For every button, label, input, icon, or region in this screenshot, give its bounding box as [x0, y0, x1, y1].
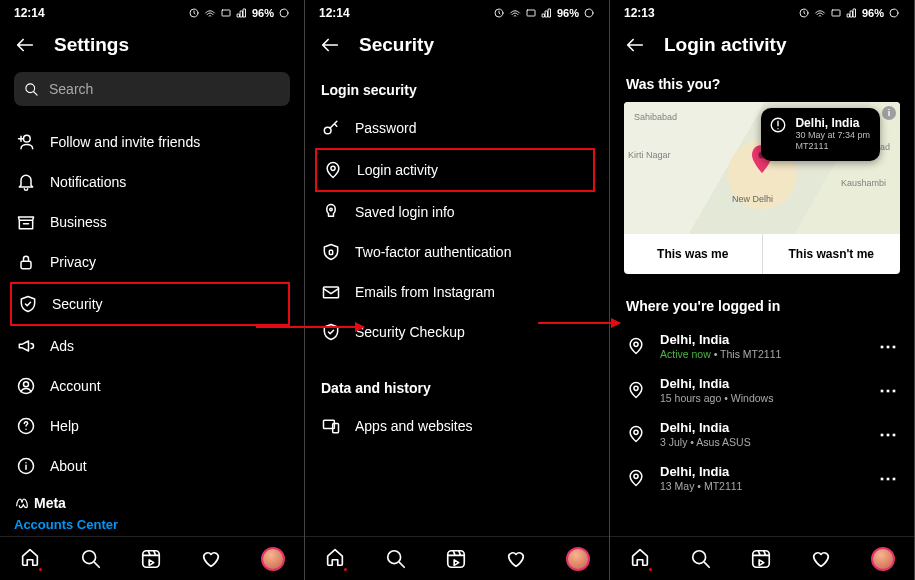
- back-icon[interactable]: [624, 34, 646, 56]
- session-row[interactable]: Delhi, India 3 July • Asus ASUS ⋯: [624, 412, 900, 456]
- nav-activity[interactable]: [505, 548, 527, 570]
- screen-login-activity: 12:13 96% Login activity Was this you? i…: [610, 0, 915, 580]
- status-bar: 12:14 96%: [0, 0, 304, 26]
- nav-reels[interactable]: [750, 548, 772, 570]
- settings-item-theme[interactable]: Theme: [14, 486, 290, 495]
- svg-rect-1: [222, 10, 230, 16]
- session-row[interactable]: Delhi, India 13 May • MT2111 ⋯: [624, 456, 900, 500]
- devices-icon: [321, 416, 341, 436]
- session-row[interactable]: Delhi, India 15 hours ago • Windows ⋯: [624, 368, 900, 412]
- key-icon: [321, 118, 341, 138]
- settings-item-business[interactable]: Business: [14, 202, 290, 242]
- status-bar: 12:14 96%: [305, 0, 609, 26]
- nav-reels[interactable]: [140, 548, 162, 570]
- nav-search[interactable]: [80, 548, 102, 570]
- nav-activity[interactable]: [200, 548, 222, 570]
- settings-item-security[interactable]: Security: [10, 282, 290, 326]
- security-item-saved-login[interactable]: Saved login info: [319, 192, 595, 232]
- nav-profile[interactable]: [261, 547, 285, 571]
- svg-point-27: [890, 9, 898, 17]
- megaphone-icon: [16, 336, 36, 356]
- nav-home[interactable]: [19, 546, 41, 572]
- security-item-login-activity[interactable]: Login activity: [315, 148, 595, 192]
- lock-icon: [16, 252, 36, 272]
- accounts-center-link[interactable]: Accounts Center: [14, 517, 290, 532]
- this-was-me-button[interactable]: This was me: [624, 234, 762, 274]
- status-icons: 96%: [798, 7, 900, 19]
- nav-home[interactable]: [629, 546, 651, 572]
- header: Security: [305, 26, 609, 72]
- map-tooltip: Delhi, India 30 May at 7:34 pm MT2111: [761, 108, 880, 161]
- svg-point-18: [330, 208, 333, 211]
- screen-settings: 12:14 96% Settings Search Follow and inv…: [0, 0, 305, 580]
- svg-point-3: [26, 83, 35, 92]
- section-logged-in: Where you're logged in: [624, 288, 900, 324]
- this-wasnt-me-button[interactable]: This wasn't me: [762, 234, 901, 274]
- security-item-two-factor[interactable]: Two-factor authentication: [319, 232, 595, 272]
- flow-arrow-1: [256, 326, 364, 328]
- shield-lock-icon: [321, 242, 341, 262]
- svg-point-17: [331, 166, 335, 170]
- nav-search[interactable]: [385, 548, 407, 570]
- more-icon[interactable]: ⋯: [879, 467, 898, 489]
- meta-footer: Meta Accounts Center: [0, 495, 304, 536]
- meta-logo: Meta: [14, 495, 290, 511]
- shield-check-icon: [321, 322, 341, 342]
- svg-point-2: [280, 9, 288, 17]
- nav-reels[interactable]: [445, 548, 467, 570]
- store-icon: [16, 212, 36, 232]
- shield-check-icon: [18, 294, 38, 314]
- settings-item-help[interactable]: Help: [14, 406, 290, 446]
- add-user-icon: [16, 132, 36, 152]
- security-item-apps-websites[interactable]: Apps and websites: [319, 406, 595, 446]
- status-icons: 96%: [188, 7, 290, 19]
- alert-icon: [769, 116, 787, 134]
- svg-point-33: [634, 474, 638, 478]
- settings-item-about[interactable]: About: [14, 446, 290, 486]
- svg-rect-5: [21, 261, 31, 269]
- status-time: 12:13: [624, 6, 655, 20]
- screen-security: 12:14 96% Security Login security Passwo…: [305, 0, 610, 580]
- svg-point-4: [24, 135, 31, 142]
- map[interactable]: i Sahibabad Kirti Nagar Ghaziabad Kausha…: [624, 102, 900, 234]
- settings-item-follow-invite[interactable]: Follow and invite friends: [14, 122, 290, 162]
- security-item-password[interactable]: Password: [319, 108, 595, 148]
- more-icon[interactable]: ⋯: [879, 423, 898, 445]
- svg-rect-19: [329, 250, 332, 254]
- settings-item-account[interactable]: Account: [14, 366, 290, 406]
- svg-point-11: [82, 550, 95, 563]
- nav-home[interactable]: [324, 546, 346, 572]
- section-login-security: Login security: [319, 72, 595, 108]
- back-icon[interactable]: [319, 34, 341, 56]
- search-input[interactable]: Search: [14, 72, 290, 106]
- nav-profile[interactable]: [566, 547, 590, 571]
- page-title: Login activity: [664, 34, 786, 56]
- svg-rect-14: [527, 10, 535, 16]
- mail-icon: [321, 282, 341, 302]
- more-icon[interactable]: ⋯: [879, 335, 898, 357]
- settings-item-privacy[interactable]: Privacy: [14, 242, 290, 282]
- page-title: Security: [359, 34, 434, 56]
- svg-point-7: [24, 382, 29, 387]
- security-item-emails[interactable]: Emails from Instagram: [319, 272, 595, 312]
- svg-point-31: [634, 386, 638, 390]
- nav-activity[interactable]: [810, 548, 832, 570]
- settings-item-notifications[interactable]: Notifications: [14, 162, 290, 202]
- location-pin-icon: [626, 380, 646, 400]
- nav-search[interactable]: [690, 548, 712, 570]
- svg-point-34: [692, 550, 705, 563]
- map-city-label: New Delhi: [732, 194, 773, 204]
- more-icon[interactable]: ⋯: [879, 379, 898, 401]
- nav-profile[interactable]: [871, 547, 895, 571]
- settings-item-ads[interactable]: Ads: [14, 326, 290, 366]
- back-icon[interactable]: [14, 34, 36, 56]
- svg-point-30: [634, 342, 638, 346]
- status-time: 12:14: [319, 6, 350, 20]
- svg-rect-20: [324, 287, 339, 298]
- session-row[interactable]: Delhi, India Active now • This MT2111 ⋯: [624, 324, 900, 368]
- bottom-nav: [0, 536, 304, 580]
- security-item-checkup[interactable]: Security Checkup: [319, 312, 595, 352]
- info-icon[interactable]: i: [882, 106, 896, 120]
- page-title: Settings: [54, 34, 129, 56]
- location-pin-icon: [626, 424, 646, 444]
